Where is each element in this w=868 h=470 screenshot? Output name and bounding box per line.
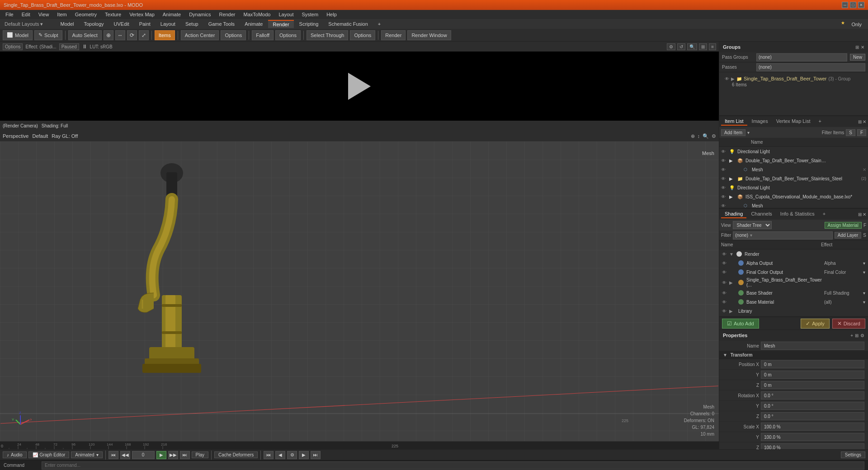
transform-section[interactable]: ▼ Transform [719,351,868,359]
rot-x-value[interactable]: 0.0 ° [761,391,864,400]
mode-tab-only[interactable]: Only [847,20,866,28]
scale-z-value[interactable]: 100.0 % [761,443,864,449]
shader-eye-final[interactable]: 👁 [722,270,726,275]
add-item-btn[interactable]: Add Item [721,129,745,136]
play-button-icon[interactable] [348,73,371,100]
transform-expand-icon[interactable]: ▼ [723,352,727,357]
transport-icon-1[interactable]: ⏮ [264,451,274,459]
shader-row-alpha[interactable]: 👁 Alpha Output Alpha ▾ [719,258,868,268]
tab-add-shader[interactable]: + [819,210,829,218]
model-toolbar-btn[interactable]: ⬜ Model [3,30,33,40]
animated-btn[interactable]: Animated ▾ [71,451,102,458]
mode-tab-uvedit[interactable]: UVEdit [109,20,134,28]
ray-gl-label[interactable]: Ray GL: Off [52,133,78,139]
menu-help[interactable]: Help [323,11,340,18]
shader-eye-base[interactable]: 👁 [722,291,726,296]
mode-tab-model[interactable]: Model [56,20,79,28]
transport-prev-btn[interactable]: ◀◀ [120,451,130,459]
item-list-expand-icon[interactable]: ⊞ [858,119,862,124]
shader-row-beer-mat[interactable]: 👁 ▶ Single_Tap_Brass_Draft_Beer_Tower (.… [719,277,868,288]
rot-z-value[interactable]: 0.0 ° [761,412,864,420]
transport-next-btn[interactable]: ▶▶ [168,451,178,459]
eye-icon-2[interactable]: 👁 [721,158,727,163]
item-row-dbl-tap-stainless[interactable]: 👁 ▶ 📁 Double_Tap_Draft_Beer_Tower_Stainl… [719,174,868,183]
viewport-orbit-icon[interactable]: ⊕ [691,133,695,139]
pos-x-value[interactable]: 0 m [761,360,864,368]
scale-x-value[interactable]: 100.0 % [761,423,864,431]
passes-value[interactable]: (none) [756,63,865,71]
preview-btn-5[interactable]: ≡ [709,43,716,50]
play-btn[interactable]: Play [192,451,208,458]
eye-icon-1[interactable]: 👁 [721,149,727,154]
shader-row-render[interactable]: 👁 ▼ Render [719,249,868,258]
default-label[interactable]: Default [32,133,48,139]
filter-s-btn[interactable]: S [846,129,855,136]
groups-expand-icon[interactable]: ⊞ [855,45,859,50]
shader-eye-render[interactable]: 👁 [722,252,726,257]
rot-y-value[interactable]: 0.0 ° [761,402,864,410]
shader-eye-base-mat[interactable]: 👁 [722,300,726,305]
eye-icon-7[interactable]: 👁 [721,203,727,208]
mode-tab-layout[interactable]: Layout [156,20,180,28]
mode-tab-scripting[interactable]: Scripting [295,20,323,28]
mode-tab-topology[interactable]: Topology [79,20,108,28]
menu-dynamics[interactable]: Dynamics [185,11,214,18]
viewport-zoom-icon[interactable]: 🔍 [703,133,709,139]
menu-vertex-map[interactable]: Vertex Map [126,11,158,18]
shader-filter-value[interactable]: (none) ▾ [733,231,833,240]
transport-icon-5[interactable]: ⏭ [311,451,321,459]
groups-close-icon[interactable]: ✕ [861,45,864,50]
close-button[interactable]: ✕ [858,2,864,8]
shader-row-final-color[interactable]: 👁 Final Color Output Final Color ▾ [719,268,868,277]
menu-system[interactable]: System [298,11,322,18]
transform-icon-4[interactable]: ⤢ [139,30,149,40]
shader-expand-icon[interactable]: ⊞ [858,212,862,217]
menu-maxtomodo[interactable]: MaxToModo [240,11,274,18]
shader-arrow-base-mat[interactable]: ▾ [863,300,865,305]
falloff-btn[interactable]: Falloff [252,30,274,40]
scale-y-value[interactable]: 100.0 % [761,433,864,441]
menu-texture[interactable]: Texture [101,11,125,18]
animated-dropdown-icon[interactable]: ▾ [96,452,99,457]
preview-btn-2[interactable]: ↺ [677,43,685,50]
shader-eye-beer[interactable]: 👁 [722,280,726,285]
tab-images[interactable]: Images [748,118,772,126]
menu-edit[interactable]: Edit [18,11,34,18]
menu-layout[interactable]: Layout [275,11,297,18]
item-close-3[interactable]: ✕ [863,167,866,172]
select-through-btn[interactable]: Select Through [307,30,348,40]
viewport-pan-icon[interactable]: ↕ [698,133,700,139]
props-icon-1[interactable]: + [850,333,853,338]
menu-view[interactable]: View [35,11,53,18]
items-btn[interactable]: Items [155,30,175,40]
tab-item-list[interactable]: Item List [721,118,747,126]
shader-expand-render[interactable]: ▼ [729,252,734,257]
transport-icon-3[interactable]: ⚙ [287,451,297,459]
menu-item[interactable]: Item [53,11,70,18]
item-row-directional-1[interactable]: 👁 💡 Directional Light [719,147,868,156]
shader-arrow-alpha[interactable]: ▾ [863,261,865,266]
viewport-inner[interactable]: X Y Z Mesh Channels: 0 Deformers: ON GL:… [0,141,719,441]
shader-row-base-shader[interactable]: 👁 Base Shader Full Shading ▾ [719,288,868,297]
shader-row-nodes[interactable]: ▶ Nodes [719,315,868,316]
item-list-close-icon[interactable]: ✕ [863,119,866,124]
sculpt-toolbar-btn[interactable]: ✎ Sculpt [34,30,62,40]
auto-select-btn[interactable]: Auto Select [68,30,102,40]
eye-icon-6[interactable]: 👁 [721,194,727,199]
command-input[interactable] [42,461,864,470]
item-row-iss[interactable]: 👁 ▶ 📦 ISS_Cupola_Observational_Module_mo… [719,192,868,201]
item-row-double-tap[interactable]: 👁 ▶ 📦 Double_Tap_Draft_Beer_Tower_Stainl… [719,156,868,165]
audio-btn[interactable]: ♪ Audio [3,451,27,458]
mode-tab-animate[interactable]: Animate [240,20,267,28]
menu-render[interactable]: Render [215,11,239,18]
shader-eye-lib[interactable]: 👁 [722,309,726,314]
props-settings-icon[interactable]: ⚙ [860,333,864,338]
shader-list-content[interactable]: 👁 ▼ Render 👁 Alpha Output Alpha ▾ [719,249,868,316]
auto-add-btn[interactable]: ☑ Auto Add [722,319,759,329]
minimize-button[interactable]: ─ [842,2,848,8]
preview-btn-1[interactable]: ⚙ [667,43,675,50]
shader-close-icon[interactable]: ✕ [863,212,866,217]
props-expand-icon[interactable]: ⊞ [855,333,859,338]
item-row-directional-2[interactable]: 👁 💡 Directional Light [719,183,868,192]
new-group-btn[interactable]: New [850,54,865,61]
